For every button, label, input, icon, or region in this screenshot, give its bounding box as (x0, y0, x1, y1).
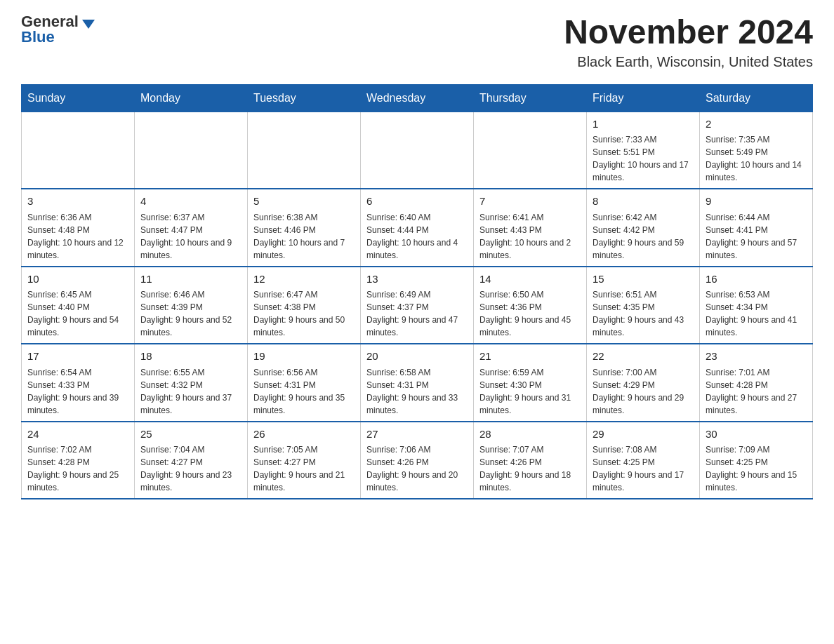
calendar-cell: 5Sunrise: 6:38 AMSunset: 4:46 PMDaylight… (248, 189, 361, 267)
day-number: 4 (140, 194, 241, 210)
day-info: Sunrise: 6:42 AMSunset: 4:42 PMDaylight:… (593, 211, 694, 262)
calendar-cell: 16Sunrise: 6:53 AMSunset: 4:34 PMDayligh… (700, 267, 813, 344)
day-info: Sunrise: 6:36 AMSunset: 4:48 PMDaylight:… (27, 211, 128, 262)
day-number: 13 (366, 271, 468, 288)
calendar-cell: 27Sunrise: 7:06 AMSunset: 4:26 PMDayligh… (361, 422, 474, 499)
day-info: Sunrise: 7:06 AMSunset: 4:26 PMDaylight:… (366, 443, 468, 494)
day-info: Sunrise: 6:59 AMSunset: 4:30 PMDaylight:… (479, 366, 581, 417)
calendar-cell: 6Sunrise: 6:40 AMSunset: 4:44 PMDaylight… (361, 189, 474, 267)
day-info: Sunrise: 6:44 AMSunset: 4:41 PMDaylight:… (706, 211, 807, 262)
calendar-week-row: 3Sunrise: 6:36 AMSunset: 4:48 PMDaylight… (22, 189, 813, 267)
day-info: Sunrise: 6:41 AMSunset: 4:43 PMDaylight:… (479, 211, 581, 262)
day-info: Sunrise: 6:47 AMSunset: 4:38 PMDaylight:… (253, 288, 355, 339)
day-number: 10 (27, 271, 128, 288)
day-info: Sunrise: 6:37 AMSunset: 4:47 PMDaylight:… (140, 211, 241, 262)
day-number: 9 (706, 194, 807, 210)
day-number: 21 (479, 349, 581, 365)
day-info: Sunrise: 6:53 AMSunset: 4:34 PMDaylight:… (706, 288, 807, 339)
calendar-week-row: 1Sunrise: 7:33 AMSunset: 5:51 PMDaylight… (22, 112, 813, 189)
calendar-cell: 14Sunrise: 6:50 AMSunset: 4:36 PMDayligh… (474, 267, 587, 344)
day-info: Sunrise: 6:51 AMSunset: 4:35 PMDaylight:… (593, 288, 694, 339)
page-header: General Blue November 2024 Black Earth, … (21, 14, 813, 70)
calendar-cell (135, 112, 248, 189)
col-header-tuesday: Tuesday (248, 84, 361, 112)
day-number: 30 (706, 427, 807, 443)
calendar-cell: 20Sunrise: 6:58 AMSunset: 4:31 PMDayligh… (361, 344, 474, 422)
day-info: Sunrise: 6:54 AMSunset: 4:33 PMDaylight:… (27, 366, 128, 417)
calendar-cell: 28Sunrise: 7:07 AMSunset: 4:26 PMDayligh… (474, 422, 587, 499)
day-number: 29 (593, 427, 694, 443)
day-number: 12 (253, 271, 355, 288)
calendar-cell: 1Sunrise: 7:33 AMSunset: 5:51 PMDaylight… (587, 112, 700, 189)
day-info: Sunrise: 6:55 AMSunset: 4:32 PMDaylight:… (140, 366, 241, 417)
day-info: Sunrise: 6:45 AMSunset: 4:40 PMDaylight:… (27, 288, 128, 339)
day-info: Sunrise: 6:38 AMSunset: 4:46 PMDaylight:… (253, 211, 355, 262)
day-number: 5 (253, 194, 355, 210)
calendar-cell: 25Sunrise: 7:04 AMSunset: 4:27 PMDayligh… (135, 422, 248, 499)
calendar-cell (248, 112, 361, 189)
calendar-cell: 21Sunrise: 6:59 AMSunset: 4:30 PMDayligh… (474, 344, 587, 422)
day-number: 22 (593, 349, 694, 365)
location-subtitle: Black Earth, Wisconsin, United States (564, 54, 813, 70)
day-info: Sunrise: 7:02 AMSunset: 4:28 PMDaylight:… (27, 443, 128, 494)
calendar-cell: 11Sunrise: 6:46 AMSunset: 4:39 PMDayligh… (135, 267, 248, 344)
calendar-cell: 4Sunrise: 6:37 AMSunset: 4:47 PMDaylight… (135, 189, 248, 267)
day-number: 25 (140, 427, 241, 443)
title-area: November 2024 Black Earth, Wisconsin, Un… (564, 14, 813, 70)
calendar-cell (474, 112, 587, 189)
col-header-wednesday: Wednesday (361, 84, 474, 112)
day-number: 19 (253, 349, 355, 365)
calendar-cell: 10Sunrise: 6:45 AMSunset: 4:40 PMDayligh… (22, 267, 135, 344)
day-number: 8 (593, 194, 694, 210)
calendar-cell: 15Sunrise: 6:51 AMSunset: 4:35 PMDayligh… (587, 267, 700, 344)
calendar-cell (361, 112, 474, 189)
calendar-cell: 8Sunrise: 6:42 AMSunset: 4:42 PMDaylight… (587, 189, 700, 267)
calendar-table: SundayMondayTuesdayWednesdayThursdayFrid… (21, 84, 813, 500)
calendar-cell: 29Sunrise: 7:08 AMSunset: 4:25 PMDayligh… (587, 422, 700, 499)
month-title: November 2024 (564, 14, 813, 51)
calendar-cell: 2Sunrise: 7:35 AMSunset: 5:49 PMDaylight… (700, 112, 813, 189)
calendar-cell: 19Sunrise: 6:56 AMSunset: 4:31 PMDayligh… (248, 344, 361, 422)
col-header-friday: Friday (587, 84, 700, 112)
col-header-thursday: Thursday (474, 84, 587, 112)
day-number: 28 (479, 427, 581, 443)
logo-blue-text: Blue (21, 29, 55, 45)
day-number: 17 (27, 349, 128, 365)
calendar-cell: 23Sunrise: 7:01 AMSunset: 4:28 PMDayligh… (700, 344, 813, 422)
calendar-week-row: 10Sunrise: 6:45 AMSunset: 4:40 PMDayligh… (22, 267, 813, 344)
day-number: 16 (706, 271, 807, 288)
day-info: Sunrise: 6:56 AMSunset: 4:31 PMDaylight:… (253, 366, 355, 417)
logo-general-text: General (21, 14, 79, 29)
day-info: Sunrise: 6:49 AMSunset: 4:37 PMDaylight:… (366, 288, 468, 339)
day-info: Sunrise: 7:09 AMSunset: 4:25 PMDaylight:… (706, 443, 807, 494)
col-header-sunday: Sunday (22, 84, 135, 112)
day-info: Sunrise: 6:50 AMSunset: 4:36 PMDaylight:… (479, 288, 581, 339)
calendar-cell: 18Sunrise: 6:55 AMSunset: 4:32 PMDayligh… (135, 344, 248, 422)
day-number: 3 (27, 194, 128, 210)
calendar-cell: 26Sunrise: 7:05 AMSunset: 4:27 PMDayligh… (248, 422, 361, 499)
day-number: 6 (366, 194, 468, 210)
calendar-cell: 9Sunrise: 6:44 AMSunset: 4:41 PMDaylight… (700, 189, 813, 267)
day-number: 11 (140, 271, 241, 288)
day-number: 7 (479, 194, 581, 210)
day-info: Sunrise: 7:00 AMSunset: 4:29 PMDaylight:… (593, 366, 694, 417)
day-info: Sunrise: 6:40 AMSunset: 4:44 PMDaylight:… (366, 211, 468, 262)
day-info: Sunrise: 7:35 AMSunset: 5:49 PMDaylight:… (706, 133, 807, 184)
calendar-cell: 3Sunrise: 6:36 AMSunset: 4:48 PMDaylight… (22, 189, 135, 267)
day-number: 1 (593, 116, 694, 133)
day-info: Sunrise: 7:07 AMSunset: 4:26 PMDaylight:… (479, 443, 581, 494)
day-number: 20 (366, 349, 468, 365)
calendar-week-row: 17Sunrise: 6:54 AMSunset: 4:33 PMDayligh… (22, 344, 813, 422)
day-info: Sunrise: 7:04 AMSunset: 4:27 PMDaylight:… (140, 443, 241, 494)
calendar-cell: 30Sunrise: 7:09 AMSunset: 4:25 PMDayligh… (700, 422, 813, 499)
day-info: Sunrise: 7:05 AMSunset: 4:27 PMDaylight:… (253, 443, 355, 494)
day-info: Sunrise: 7:33 AMSunset: 5:51 PMDaylight:… (593, 133, 694, 184)
day-number: 18 (140, 349, 241, 365)
day-number: 27 (366, 427, 468, 443)
calendar-cell: 12Sunrise: 6:47 AMSunset: 4:38 PMDayligh… (248, 267, 361, 344)
calendar-cell: 13Sunrise: 6:49 AMSunset: 4:37 PMDayligh… (361, 267, 474, 344)
day-number: 24 (27, 427, 128, 443)
day-number: 2 (706, 116, 807, 133)
day-number: 15 (593, 271, 694, 288)
day-info: Sunrise: 7:01 AMSunset: 4:28 PMDaylight:… (706, 366, 807, 417)
